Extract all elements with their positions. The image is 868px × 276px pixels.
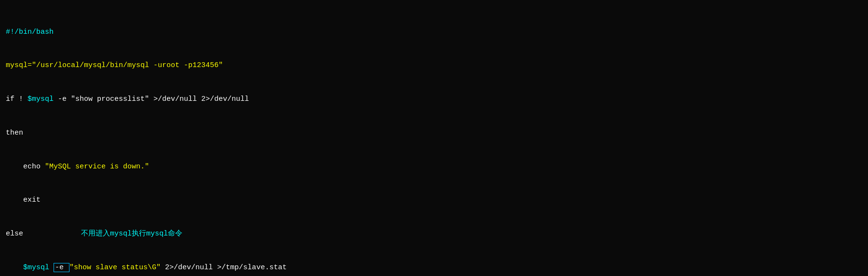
mysql-variable: $mysql (28, 95, 54, 103)
else-keyword: else (6, 230, 23, 238)
if-condition: -e "show processlist" >/dev/null 2>/dev/… (54, 95, 249, 103)
echo-cmd: echo (6, 163, 45, 171)
line-2: mysql="/usr/local/mysql/bin/mysql -uroot… (6, 60, 862, 71)
line-6: exit (6, 194, 862, 206)
space-1 (49, 263, 54, 272)
mysql-var-ref: $mysql (23, 263, 49, 272)
redirect-1: 2>/dev/null >/tmp/slave.stat (161, 263, 287, 272)
line-8: $mysql -e "show slave status\G" 2>/dev/n… (6, 262, 862, 273)
line-1: #!/bin/bash (6, 27, 862, 38)
code-editor: #!/bin/bash mysql="/usr/local/mysql/bin/… (6, 4, 862, 276)
mysql-var: mysql="/usr/local/mysql/bin/mysql -uroot… (6, 61, 223, 69)
line-5: echo "MySQL service is down." (6, 161, 862, 172)
flag-e: -e (55, 263, 68, 272)
indent-1 (6, 263, 23, 272)
echo-string-1: "MySQL service is down." (45, 163, 149, 171)
show-slave-cmd: "show slave status\G" (69, 263, 161, 272)
then-keyword: then (6, 129, 23, 137)
flag-e-outlined: -e (54, 263, 69, 272)
line-3: if ! $mysql -e "show processlist" >/dev/… (6, 94, 862, 105)
line-4: then (6, 127, 862, 138)
annotation-1: 不用进入mysql执行mysql命令 (81, 230, 182, 238)
if-statement: if ! (6, 95, 28, 103)
line-7: else不用进入mysql执行mysql命令 (6, 228, 862, 239)
shebang: #!/bin/bash (6, 28, 54, 36)
exit-cmd: exit (6, 196, 41, 204)
